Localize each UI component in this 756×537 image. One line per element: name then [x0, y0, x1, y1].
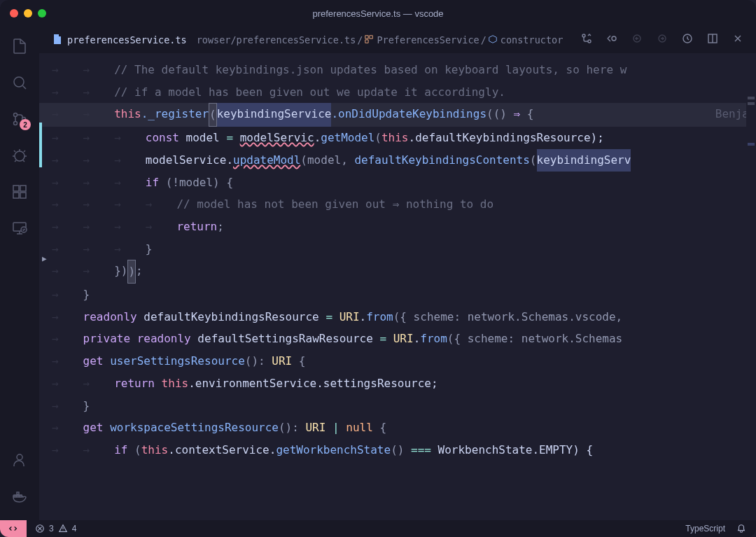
class-icon: [364, 34, 374, 46]
remote-explorer-icon[interactable]: [10, 218, 29, 238]
notifications-icon[interactable]: [736, 524, 746, 533]
breadcrumb-separator: /: [357, 34, 363, 46]
docker-icon[interactable]: [10, 487, 29, 506]
code-editor[interactable]: ▶ →→// The default keybindings.json upda…: [39, 53, 756, 520]
breadcrumb-separator: /: [481, 34, 486, 46]
nav-forward-icon[interactable]: [657, 33, 668, 47]
svg-rect-7: [20, 193, 26, 198]
debug-icon[interactable]: [10, 146, 29, 165]
tab-filename: preferencesService.ts: [67, 34, 187, 46]
breadcrumb-class[interactable]: PreferencesService: [377, 34, 479, 46]
account-icon[interactable]: [10, 450, 29, 470]
warning-count: 4: [72, 524, 77, 533]
activity-bar: 2: [0, 27, 39, 520]
breadcrumbs[interactable]: rowser/preferencesService.ts / Preferenc…: [197, 34, 564, 46]
scm-badge: 2: [20, 119, 31, 130]
traffic-lights: [10, 9, 46, 18]
svg-rect-8: [20, 186, 26, 191]
svg-point-18: [612, 36, 616, 41]
main-area: 2 preferencesService.ts: [0, 27, 756, 520]
source-control-icon[interactable]: 2: [10, 109, 29, 129]
error-count: 3: [49, 524, 54, 533]
method-icon: [488, 34, 498, 46]
svg-point-11: [17, 454, 22, 460]
editor-area: preferencesService.ts rowser/preferences…: [39, 27, 756, 520]
timeline-icon[interactable]: [682, 33, 693, 47]
error-icon: [35, 524, 45, 533]
window-title: preferencesService.ts — vscode: [312, 8, 443, 19]
svg-point-17: [588, 40, 591, 43]
tab-bar: preferencesService.ts rowser/preferences…: [39, 27, 756, 53]
editor-actions: [581, 33, 750, 47]
fold-marker[interactable]: ▶: [42, 248, 47, 270]
nav-back-icon[interactable]: [631, 33, 643, 47]
warning-icon: [58, 524, 68, 533]
close-window-button[interactable]: [10, 9, 18, 18]
svg-rect-5: [13, 186, 19, 191]
svg-point-16: [582, 34, 585, 37]
language-mode[interactable]: TypeScript: [685, 524, 725, 533]
split-editor-icon[interactable]: [707, 33, 718, 47]
breadcrumb-path[interactable]: rowser/preferencesService.ts: [197, 34, 356, 46]
minimize-window-button[interactable]: [24, 9, 32, 18]
search-icon[interactable]: [10, 73, 29, 92]
status-bar: 3 4 TypeScript: [0, 520, 756, 537]
editor-tab[interactable]: preferencesService.ts: [45, 27, 194, 53]
git-gutter-modified: [39, 123, 42, 167]
svg-point-1: [14, 113, 18, 117]
breadcrumb-symbol[interactable]: constructor: [500, 34, 563, 46]
extensions-icon[interactable]: [10, 182, 29, 202]
remote-indicator[interactable]: [0, 520, 27, 537]
minimap[interactable]: [746, 53, 756, 520]
typescript-file-icon: [52, 34, 63, 47]
run-icon[interactable]: [606, 33, 617, 47]
svg-point-0: [14, 77, 24, 87]
svg-rect-15: [17, 492, 19, 494]
explorer-icon[interactable]: [10, 36, 29, 56]
titlebar: preferencesService.ts — vscode: [0, 0, 756, 27]
status-problems[interactable]: 3 4: [27, 524, 76, 533]
compare-changes-icon[interactable]: [581, 33, 592, 47]
svg-rect-6: [13, 193, 19, 198]
svg-point-4: [15, 151, 24, 161]
svg-point-2: [14, 122, 18, 125]
close-editor-icon[interactable]: [732, 33, 743, 47]
maximize-window-button[interactable]: [38, 9, 46, 18]
